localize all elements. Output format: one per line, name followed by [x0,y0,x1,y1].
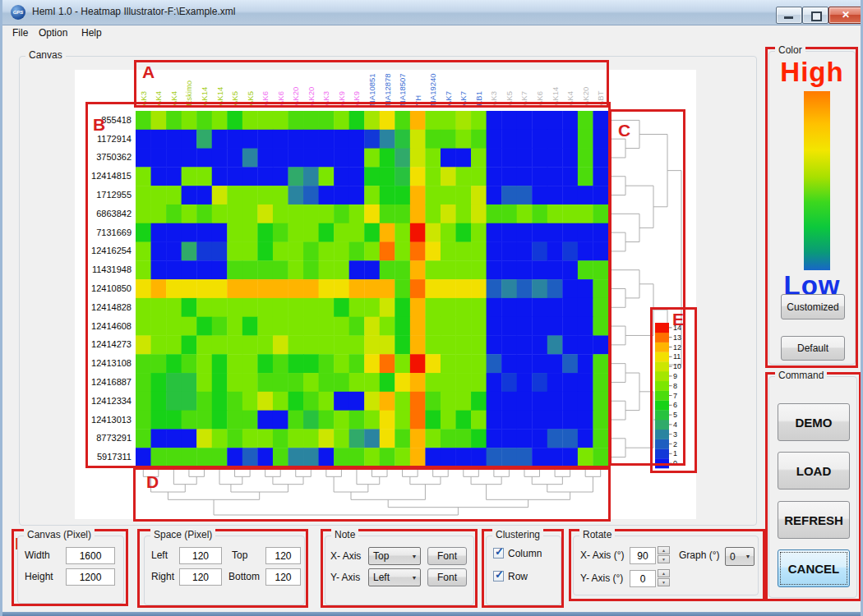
svg-text:AK4: AK4 [154,91,163,106]
svg-text:12416254: 12416254 [91,246,132,255]
y-axis-font-button[interactable]: Font [427,568,467,586]
demo-button[interactable]: DEMO [778,403,850,441]
svg-text:AK4: AK4 [565,91,575,106]
svg-text:11: 11 [673,352,681,361]
note-panel-label: Note [331,529,358,540]
dropdown-arrow-icon: ▼ [742,554,754,559]
menu-option[interactable]: Option [35,27,71,40]
svg-text:12414608: 12414608 [91,321,132,331]
command-panel-label: Command [775,370,827,381]
clustering-panel: Clustering ✓ Column ✓ Row [486,536,561,605]
maximize-button[interactable] [802,7,828,24]
svg-text:AK3: AK3 [489,91,498,106]
svg-text:0: 0 [673,459,677,467]
heatmap-grid [136,111,608,467]
close-button[interactable]: ✕ [828,7,863,24]
rotate-y-input[interactable] [630,570,656,587]
svg-text:AK5: AK5 [246,91,255,106]
rotate-x-spinner[interactable]: ▲ ▼ [658,546,670,564]
dropdown-arrow-icon: ▼ [408,554,420,559]
spinner-down-icon[interactable]: ▼ [658,555,670,563]
row-dendrogram [611,120,681,457]
svg-text:10: 10 [673,362,681,370]
row-labels: 8554181172914375036212414815171295568638… [91,115,132,462]
color-scale-legend: 01234567891011121314 [655,323,681,468]
svg-text:12414273: 12414273 [91,339,132,349]
x-axis-position-dropdown[interactable]: Top ▼ [368,547,421,565]
heatmap-canvas: AK3AK4AK4EskimoAK14AK14AK5AK5AK6AK6AK20A… [75,70,696,519]
title-bar: GPS HemI 1.0 - Heatmap Illustrator-F:\Ex… [2,0,861,25]
svg-text:KB1: KB1 [474,91,483,106]
column-labels: AK3AK4AK4EskimoAK14AK14AK5AK5AK6AK6AK20A… [139,73,605,106]
space-right-label: Right [151,571,174,582]
space-top-input[interactable] [265,547,301,564]
spinner-up-icon[interactable]: ▲ [658,546,670,554]
row-checkbox[interactable]: ✓ [493,571,504,582]
high-label: High [769,57,855,88]
svg-text:NA12878: NA12878 [383,73,392,106]
svg-text:Eskimo: Eskimo [184,80,193,106]
svg-text:AK3: AK3 [321,91,330,106]
svg-text:ABT: ABT [596,90,605,106]
space-pixel-label: Space (Pixel) [150,529,215,540]
menu-help[interactable]: Help [78,27,105,40]
command-panel: Command DEMO LOAD REFRESH CANCEL [768,376,857,598]
refresh-button[interactable]: REFRESH [778,501,850,539]
load-button[interactable]: LOAD [778,452,850,490]
spinner-up-icon[interactable]: ▲ [658,569,670,577]
minimize-button[interactable] [776,7,802,24]
color-gradient-bar [804,91,830,270]
x-axis-font-button[interactable]: Font [427,547,467,565]
rotate-y-spinner[interactable]: ▲ ▼ [658,569,670,587]
space-right-input[interactable] [179,568,222,586]
svg-text:1: 1 [673,449,677,457]
svg-text:12414828: 12414828 [91,302,132,312]
svg-text:12414815: 12414815 [91,171,132,181]
svg-text:NA18507: NA18507 [398,73,407,106]
rotate-x-input[interactable] [630,547,656,564]
menu-file[interactable]: File [9,27,31,40]
svg-text:12416887: 12416887 [91,377,132,387]
svg-text:6: 6 [673,401,677,409]
color-panel: Color High Low Customized Default [768,51,856,365]
window-frame-bottom [2,612,861,616]
graph-rotation-dropdown[interactable]: 0 ▼ [725,547,755,566]
svg-text:1172914: 1172914 [97,134,132,144]
width-input[interactable] [66,547,115,564]
default-button[interactable]: Default [781,336,845,361]
svg-text:12410850: 12410850 [91,283,132,293]
svg-text:AK14: AK14 [215,87,224,106]
space-left-input[interactable] [179,547,222,564]
application-window: GPS HemI 1.0 - Heatmap Illustrator-F:\Ex… [0,0,863,616]
note-panel: Note X- Axis Top ▼ Font Y- Axis Left ▼ F… [325,536,474,605]
svg-text:14: 14 [673,324,681,332]
svg-text:AK5: AK5 [505,91,514,106]
svg-text:13: 13 [673,333,681,342]
height-input[interactable] [66,568,115,586]
cancel-button[interactable]: CANCEL [778,549,850,587]
svg-text:NA10851: NA10851 [367,73,376,106]
minimize-icon [784,16,793,19]
height-label: Height [25,571,53,582]
y-axis-position-value: Left [369,572,408,583]
svg-text:AK20: AK20 [581,87,590,106]
check-icon: ✓ [495,545,504,558]
svg-text:3: 3 [673,430,677,439]
column-checkbox[interactable]: ✓ [493,548,504,559]
svg-text:AK4: AK4 [169,91,178,106]
svg-text:AK3: AK3 [139,91,148,106]
svg-text:12: 12 [673,343,681,352]
space-bottom-input[interactable] [265,568,301,586]
customized-button[interactable]: Customized [781,294,845,319]
svg-text:AK20: AK20 [307,87,316,106]
svg-text:8773291: 8773291 [96,433,132,443]
spinner-down-icon[interactable]: ▼ [658,578,670,586]
y-axis-position-dropdown[interactable]: Left ▼ [368,568,421,586]
svg-text:YH: YH [413,95,422,106]
svg-text:4: 4 [673,421,677,429]
graph-rotation-value: 0 [726,551,742,563]
note-y-axis-label: Y- Axis [330,572,360,583]
svg-text:AK14: AK14 [551,87,560,106]
svg-text:7: 7 [673,392,677,400]
svg-text:12412334: 12412334 [91,396,132,406]
